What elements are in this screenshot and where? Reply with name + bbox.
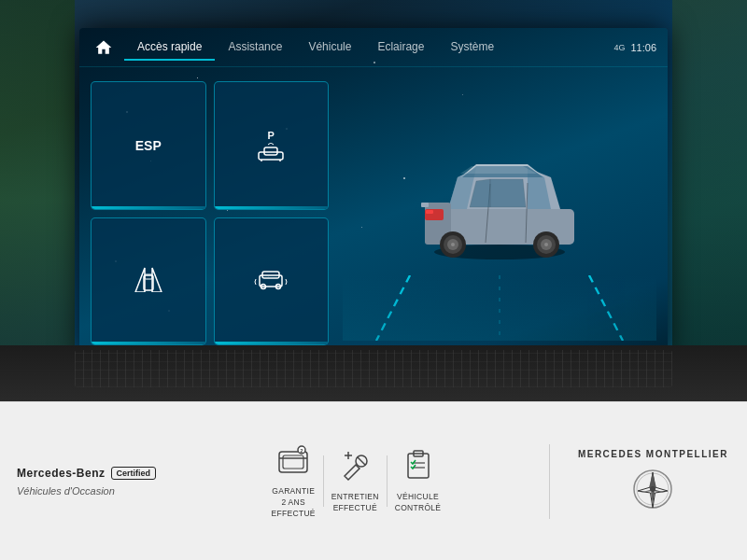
home-button[interactable] (91, 35, 117, 61)
controle-item: VÉHICULE CONTRÔLÉ (395, 448, 442, 514)
esp-button[interactable]: ESP (91, 81, 206, 210)
clock: 11:06 (630, 42, 656, 53)
dealer-brand: Mercedes-Benz Certified Véhicules d'Occa… (0, 453, 173, 511)
svg-rect-38 (408, 454, 429, 478)
dealer-bar: Mercedes-Benz Certified Véhicules d'Occa… (0, 401, 747, 560)
entretien-item: ENTRETIEN EFFECTUÉ (331, 448, 379, 514)
svg-rect-0 (259, 152, 283, 160)
garantie-label: GARANTIE 2 ANS EFFECTUÉ (272, 486, 316, 520)
lane-assist-button[interactable] (91, 217, 206, 346)
entretien-label: ENTRETIEN EFFECTUÉ (331, 492, 379, 514)
brand-name: Mercedes-Benz (17, 467, 106, 480)
certified-badge: Certified (111, 467, 157, 480)
divider-2 (387, 455, 388, 507)
nav-tabs: Accès rapide Assistance Véhicule Eclaira… (124, 35, 507, 61)
svg-point-44 (650, 486, 655, 492)
feature-buttons-grid: ESP P (91, 81, 329, 345)
home-icon (94, 38, 113, 57)
tab-assistance[interactable]: Assistance (215, 35, 295, 61)
svg-point-21 (451, 243, 455, 246)
svg-rect-26 (421, 203, 429, 207)
controle-label: VÉHICULE CONTRÔLÉ (395, 492, 442, 514)
park-assist-icon: P (257, 130, 285, 161)
tab-vehicule[interactable]: Véhicule (295, 35, 364, 61)
controle-icon (401, 448, 436, 487)
car-illustration-panel (343, 81, 656, 345)
svg-rect-30 (283, 455, 303, 469)
status-bar: 4G 11:06 (613, 42, 656, 53)
tab-acces-rapide[interactable]: Accès rapide (124, 35, 215, 61)
park-assist-button[interactable]: P (214, 81, 330, 210)
mercedes-star-logo (632, 469, 673, 513)
garantie-icon: 2 (275, 442, 311, 482)
entretien-icon (337, 448, 373, 487)
svg-point-25 (544, 243, 548, 246)
svg-rect-1 (264, 147, 277, 155)
occasion-label: Véhicules d'Occasion (17, 485, 156, 497)
parking-sensor-icon (254, 266, 288, 296)
dealer-info-items: 2 GARANTIE 2 ANS EFFECTUÉ (173, 442, 540, 520)
tab-eclairage[interactable]: Eclairage (364, 35, 437, 61)
lane-assist-icon (132, 266, 165, 296)
tab-systeme[interactable]: Système (437, 35, 507, 61)
svg-line-35 (358, 457, 365, 465)
main-divider (549, 444, 550, 519)
parking-sensor-button[interactable] (214, 217, 330, 346)
garantie-item: 2 GARANTIE 2 ANS EFFECTUÉ (272, 442, 316, 520)
svg-rect-17 (426, 210, 433, 214)
dealer-right: MERCEDES MONTPELLIER (559, 435, 747, 527)
signal-indicator: 4G (613, 43, 625, 52)
dealer-name: MERCEDES MONTPELLIER (578, 449, 728, 459)
divider-1 (323, 455, 324, 507)
esp-label: ESP (135, 138, 162, 153)
